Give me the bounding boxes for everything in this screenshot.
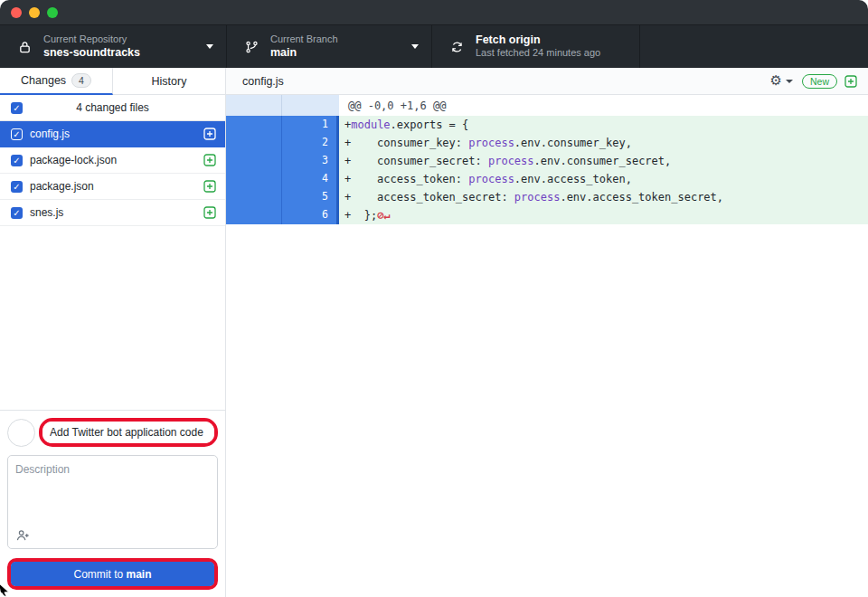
file-checkbox[interactable]: ✓ xyxy=(11,128,23,140)
file-plus-button[interactable] xyxy=(203,206,216,219)
commit-description-textarea[interactable]: Description xyxy=(7,455,218,549)
plus-square-icon xyxy=(203,128,216,140)
diff-line-gutter[interactable]: 5 xyxy=(226,188,339,206)
line-number[interactable]: 5 xyxy=(281,188,336,206)
tab-history[interactable]: History xyxy=(113,68,225,95)
diff-line-row: 4 + access_token: process.env.access_tok… xyxy=(226,170,868,188)
diff-header: config.js ⚙ New xyxy=(226,68,868,95)
diff-line-gutter[interactable]: 4 xyxy=(226,170,339,188)
diff-line-row: 2 + consumer_key: process.env.consumer_k… xyxy=(226,134,868,152)
diff-line-code: + consumer_key: process.env.consumer_key… xyxy=(339,134,868,152)
diff-line-gutter[interactable]: 6 xyxy=(226,206,339,224)
sidebar-spacer xyxy=(0,226,225,410)
diff-lines: 1 +module.exports = { 2 + consumer_key: … xyxy=(226,116,868,224)
line-number[interactable]: 2 xyxy=(281,134,336,152)
diff-line-code: +module.exports = { xyxy=(339,116,868,134)
line-number[interactable]: 4 xyxy=(281,170,336,188)
commit-button-branch: main xyxy=(127,568,152,581)
branch-label: Current Branch xyxy=(270,33,338,46)
branch-name: main xyxy=(270,46,338,61)
file-plus-button[interactable] xyxy=(203,154,216,166)
commit-button[interactable]: Commit to main xyxy=(11,562,214,586)
plus-square-icon xyxy=(203,206,216,219)
diff-line-code: + access_token_secret: process.env.acces… xyxy=(339,188,868,206)
select-all-row: ✓ 4 changed files xyxy=(0,95,225,121)
line-number[interactable]: 6 xyxy=(281,206,336,224)
no-newline-icon: ⊘↵ xyxy=(377,209,390,222)
diff-options-button[interactable]: ⚙ xyxy=(770,74,793,88)
line-number[interactable]: 1 xyxy=(281,116,336,134)
lock-icon xyxy=(16,40,33,54)
file-list: ✓ config.js ✓ package-lock.json ✓ packag… xyxy=(0,121,225,226)
diff-line-code: + };⊘↵ xyxy=(339,206,868,224)
file-row[interactable]: ✓ package-lock.json xyxy=(0,147,225,174)
app-window: Current Repository snes-soundtracks Curr… xyxy=(0,0,868,597)
sidebar-tabbar: Changes 4 History xyxy=(0,68,225,95)
chevron-down-icon xyxy=(411,44,419,49)
hunk-header-row: @@ -0,0 +1,6 @@ xyxy=(226,95,868,116)
changes-count-badge: 4 xyxy=(71,73,91,88)
plus-square-icon xyxy=(203,180,216,193)
tab-history-label: History xyxy=(152,75,187,88)
file-name: package-lock.json xyxy=(30,154,203,166)
file-name: snes.js xyxy=(30,206,203,219)
file-row[interactable]: ✓ snes.js xyxy=(0,200,225,226)
expand-diff-button[interactable] xyxy=(844,75,857,88)
current-branch-button[interactable]: Current Branch main xyxy=(227,25,432,68)
fetch-label: Fetch origin xyxy=(476,33,600,48)
sync-icon xyxy=(448,40,465,54)
tab-changes[interactable]: Changes 4 xyxy=(0,68,113,95)
file-checkbox[interactable]: ✓ xyxy=(11,155,23,166)
file-row[interactable]: ✓ package.json xyxy=(0,174,225,200)
close-button[interactable] xyxy=(11,7,22,18)
hunk-header-text: @@ -0,0 +1,6 @@ xyxy=(339,95,868,116)
chevron-down-icon xyxy=(206,44,213,49)
check-icon: ✓ xyxy=(13,208,20,218)
repository-name: snes-soundtracks xyxy=(43,46,140,61)
check-icon: ✓ xyxy=(13,129,20,139)
file-checkbox[interactable]: ✓ xyxy=(11,181,23,193)
file-plus-button[interactable] xyxy=(203,180,216,193)
tab-changes-label: Changes xyxy=(21,74,66,87)
repository-label: Current Repository xyxy=(43,33,140,46)
annotation-highlight-summary xyxy=(39,418,218,447)
diff-pane: config.js ⚙ New @@ -0,0 +1,6 @@ xyxy=(226,68,868,597)
diff-line-code: + access_token: process.env.access_token… xyxy=(339,170,868,188)
sidebar: Changes 4 History ✓ 4 changed files ✓ co… xyxy=(0,68,226,597)
file-name: package.json xyxy=(30,180,203,193)
toolbar-empty-space xyxy=(640,25,868,68)
plus-square-icon xyxy=(203,154,216,166)
diff-line-gutter[interactable]: 2 xyxy=(226,134,339,152)
gear-icon: ⚙ xyxy=(770,74,782,88)
check-icon: ✓ xyxy=(13,156,20,166)
line-number[interactable]: 3 xyxy=(281,152,336,170)
zoom-button[interactable] xyxy=(47,7,58,18)
fetch-sublabel: Last fetched 24 minutes ago xyxy=(476,47,600,60)
diff-line-code: + consumer_secret: process.env.consumer_… xyxy=(339,152,868,170)
changed-files-count: 4 changed files xyxy=(23,101,203,114)
diff-body: @@ -0,0 +1,6 @@ 1 +module.exports = { 2 … xyxy=(226,95,868,224)
commit-button-label: Commit to xyxy=(73,568,126,581)
minimize-button[interactable] xyxy=(29,7,40,18)
plus-square-icon xyxy=(844,75,857,88)
diff-line-gutter[interactable]: 3 xyxy=(226,152,339,170)
file-row[interactable]: ✓ config.js xyxy=(0,121,225,147)
diff-line-gutter[interactable]: 1 xyxy=(226,116,339,134)
person-add-icon xyxy=(16,529,30,542)
current-repository-button[interactable]: Current Repository snes-soundtracks xyxy=(0,25,227,68)
add-coauthor-button[interactable] xyxy=(16,529,30,542)
file-checkbox[interactable]: ✓ xyxy=(11,207,23,219)
toolbar: Current Repository snes-soundtracks Curr… xyxy=(0,25,868,68)
hunk-gutter xyxy=(226,95,339,116)
commit-summary-input[interactable] xyxy=(42,422,214,443)
diff-line-row: 5 + access_token_secret: process.env.acc… xyxy=(226,188,868,206)
avatar xyxy=(7,419,35,447)
fetch-origin-button[interactable]: Fetch origin Last fetched 24 minutes ago xyxy=(432,25,640,68)
file-plus-button[interactable] xyxy=(203,128,216,140)
check-icon: ✓ xyxy=(13,182,20,192)
diff-line-row: 1 +module.exports = { xyxy=(226,116,868,134)
annotation-highlight-commit: Commit to main xyxy=(7,558,218,590)
diff-file-name: config.js xyxy=(242,75,770,88)
git-branch-icon xyxy=(243,40,259,54)
select-all-checkbox[interactable]: ✓ xyxy=(11,102,23,114)
